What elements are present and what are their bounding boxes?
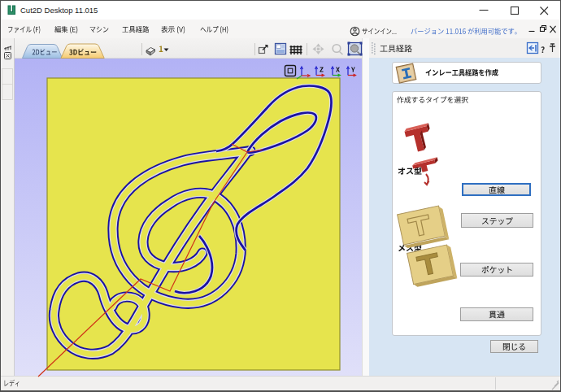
svg-text:Cut2D Desktop 11.015: Cut2D Desktop 11.015 [20,6,98,15]
